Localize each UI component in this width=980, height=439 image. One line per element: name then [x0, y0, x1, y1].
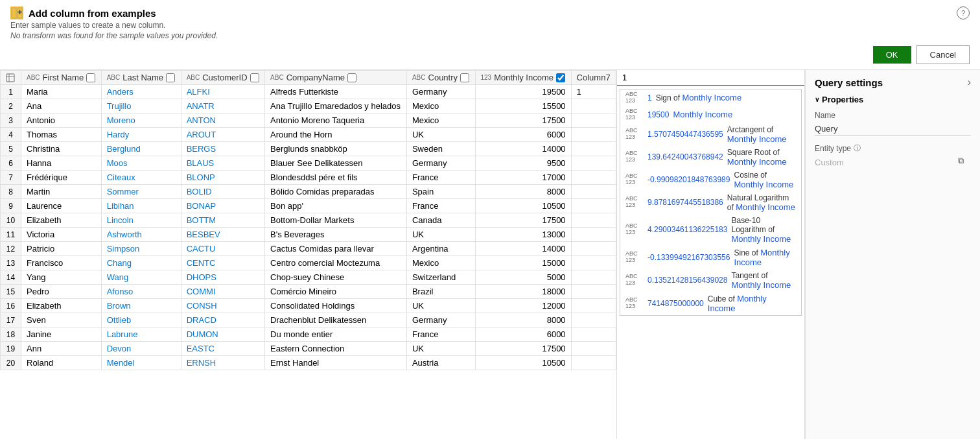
name-label: Name — [815, 111, 971, 120]
main-content: ABC First Name ABC Last Name — [0, 70, 980, 439]
suggestion-item[interactable]: ABC 123139.64240043768942Square Root of … — [620, 146, 801, 169]
suggestion-value: -0.13399492167303556 — [648, 253, 730, 262]
table-cell-column7 — [571, 185, 616, 199]
suggestion-value: 139.64240043768942 — [648, 152, 723, 161]
table-cell-last_name: Trujillo — [101, 99, 181, 113]
table-cell-column7 — [571, 299, 616, 313]
column7-panel: ABC 1231Sign of Monthly IncomeABC 123195… — [617, 70, 805, 439]
table-cell-customer_id: ANTON — [181, 113, 264, 128]
table-row: 20RolandMendelERNSHErnst HandelAustria10… — [1, 356, 616, 370]
col-header-column7: Column7 — [571, 71, 616, 85]
table-row: 10ElizabethLincolnBOTTMBottom-Dollar Mar… — [1, 213, 616, 228]
table-cell-num: 11 — [1, 228, 21, 242]
suggestion-item[interactable]: ABC 1234.29003461136225183Base-10 Logari… — [620, 214, 801, 246]
col-check-companyname[interactable] — [347, 73, 356, 82]
table-cell-num: 9 — [1, 199, 21, 213]
table-cell-num: 6 — [1, 156, 21, 171]
table-cell-column7 — [571, 342, 616, 356]
col-header-customerid: ABC CustomerID — [181, 71, 264, 85]
table-cell-column7 — [571, 142, 616, 156]
table-row: 15PedroAfonsoCOMMIComércio MineiroBrazil… — [1, 285, 616, 299]
entity-type-value: Custom — [815, 158, 844, 167]
query-settings-expand-icon[interactable]: › — [968, 77, 971, 88]
table-cell-monthly_income: 14000 — [475, 242, 571, 256]
table-cell-country: Switzerland — [406, 270, 475, 285]
column7-input[interactable] — [617, 70, 804, 86]
table-row: 8MartinSommerBOLIDBólido Comidas prepara… — [1, 185, 616, 199]
cancel-button[interactable]: Cancel — [916, 45, 970, 64]
suggestion-item[interactable]: ABC 12319500Monthly Income — [620, 106, 801, 123]
table-cell-country: UK — [406, 228, 475, 242]
table-cell-customer_id: DRACD — [181, 313, 264, 327]
table-cell-first_name: Yang — [21, 270, 102, 285]
suggestion-type: ABC 123 — [625, 297, 644, 310]
table-cell-num: 15 — [1, 285, 21, 299]
table-cell-column7 — [571, 242, 616, 256]
table-cell-monthly_income: 10500 — [475, 356, 571, 370]
suggestion-type: ABC 123 — [625, 108, 644, 121]
col-check-firstname[interactable] — [86, 73, 95, 82]
table-cell-company_name: B's Beverages — [265, 228, 407, 242]
table-cell-first_name: Elizabeth — [21, 213, 102, 228]
table-cell-monthly_income: 8000 — [475, 313, 571, 327]
table-cell-country: Germany — [406, 313, 475, 327]
suggestion-label: Sine of Monthly Income — [734, 248, 796, 267]
table-cell-num: 2 — [1, 99, 21, 113]
table-cell-customer_id: CENTC — [181, 256, 264, 270]
table-cell-last_name: Labrune — [101, 327, 181, 342]
table-cell-first_name: Maria — [21, 85, 102, 99]
table-cell-company_name: Consolidated Holdings — [265, 299, 407, 313]
table-cell-customer_id: BONAP — [181, 199, 264, 213]
table-cell-last_name: Devon — [101, 342, 181, 356]
table-cell-country: UK — [406, 128, 475, 142]
table-cell-first_name: Patricio — [21, 242, 102, 256]
table-cell-country: Brazil — [406, 285, 475, 299]
suggestion-value: 1 — [648, 93, 652, 102]
table-cell-column7 — [571, 313, 616, 327]
suggestion-item[interactable]: ABC 1230.13521428156439028Tangent of Mon… — [620, 269, 801, 292]
table-cell-customer_id: ANATR — [181, 99, 264, 113]
header: + Add column from examples Enter sample … — [0, 0, 980, 70]
col-check-customerid[interactable] — [250, 73, 259, 82]
table-cell-first_name: Sven — [21, 313, 102, 327]
query-settings-panel: Query settings › ∨ Properties Name Query… — [805, 70, 980, 439]
table-row: 12PatricioSimpsonCACTUCactus Comidas par… — [1, 242, 616, 256]
help-icon[interactable]: ? — [957, 6, 970, 19]
table-cell-company_name: Centro comercial Moctezuma — [265, 256, 407, 270]
svg-rect-0 — [12, 8, 16, 18]
table-cell-customer_id: BOLID — [181, 185, 264, 199]
suggestion-item[interactable]: ABC 1237414875000000Cube of Monthly Inco… — [620, 292, 801, 315]
suggestion-item[interactable]: ABC 123-0.99098201848763989Cosine of Mon… — [620, 169, 801, 191]
table-cell-num: 14 — [1, 270, 21, 285]
suggestion-item[interactable]: ABC 1239.8781697445518386Natural Logarit… — [620, 191, 801, 214]
copy-button[interactable]: ⧉ — [958, 156, 971, 169]
table-cell-country: France — [406, 171, 475, 185]
suggestion-item[interactable]: ABC 123-0.13399492167303556Sine of Month… — [620, 246, 801, 269]
col-check-lastname[interactable] — [166, 73, 175, 82]
suggestion-item[interactable]: ABC 1231.5707450447436595Arctangent of M… — [620, 123, 801, 146]
table-cell-column7 — [571, 327, 616, 342]
table-cell-first_name: Martin — [21, 185, 102, 199]
table-cell-num: 19 — [1, 342, 21, 356]
table-cell-company_name: Ernst Handel — [265, 356, 407, 370]
suggestion-item[interactable]: ABC 1231Sign of Monthly Income — [620, 89, 801, 106]
suggestion-value: 9.8781697445518386 — [648, 198, 723, 207]
ok-button[interactable]: OK — [873, 46, 911, 64]
entity-type-info-icon[interactable]: ⓘ — [854, 143, 861, 153]
suggestion-type: ABC 123 — [625, 223, 644, 236]
table-cell-last_name: Citeaux — [101, 171, 181, 185]
table-cell-company_name: Around the Horn — [265, 128, 407, 142]
suggestion-type: ABC 123 — [625, 274, 644, 287]
table-cell-country: Germany — [406, 85, 475, 99]
col-check-monthlyincome[interactable] — [556, 73, 565, 82]
table-cell-country: Sweden — [406, 142, 475, 156]
suggestion-label: Natural Logarithm of Monthly Income — [727, 193, 796, 212]
properties-header[interactable]: ∨ Properties — [815, 95, 971, 104]
col-check-country[interactable] — [460, 73, 469, 82]
table-cell-first_name: Antonio — [21, 113, 102, 128]
table-cell-first_name: Pedro — [21, 285, 102, 299]
col-header-firstname: ABC First Name — [21, 71, 102, 85]
table-row: 9LaurenceLibihanBONAPBon app'France10500 — [1, 199, 616, 213]
suggestion-value: 0.13521428156439028 — [648, 276, 727, 285]
suggestion-label: Arctangent of Monthly Income — [727, 125, 796, 144]
